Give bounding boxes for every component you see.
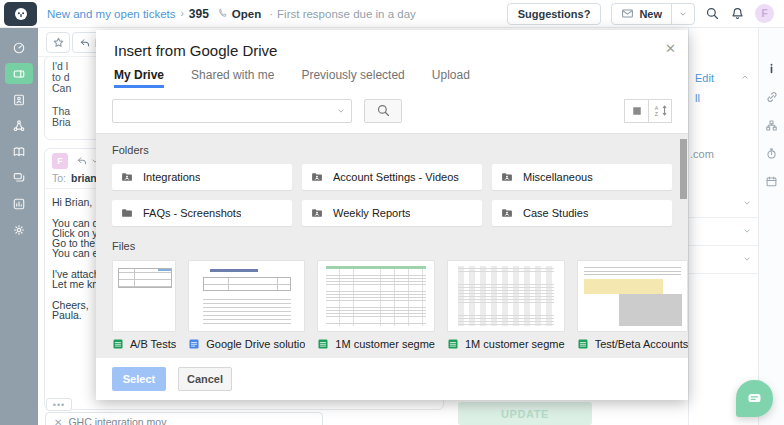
view-options: AZ bbox=[624, 99, 672, 123]
file-thumbnail bbox=[577, 260, 688, 332]
chevron-down-icon[interactable] bbox=[336, 106, 351, 116]
new-button-label: New bbox=[639, 8, 662, 20]
rail-item-calendar[interactable] bbox=[765, 175, 778, 188]
chat-widget-button[interactable] bbox=[736, 380, 773, 417]
ticket-id: 395 bbox=[189, 7, 209, 21]
bell-icon[interactable] bbox=[730, 6, 745, 21]
ticket-icon bbox=[12, 67, 26, 81]
freshdesk-logo[interactable] bbox=[4, 2, 37, 26]
sidebar-item-reports[interactable] bbox=[5, 193, 33, 214]
folder-name: Integrations bbox=[143, 171, 200, 183]
rail-item-time[interactable] bbox=[765, 147, 778, 160]
new-button[interactable]: New bbox=[612, 7, 671, 20]
user-avatar[interactable]: F bbox=[755, 4, 774, 23]
reports-icon bbox=[12, 197, 26, 211]
close-icon[interactable]: ✕ bbox=[665, 41, 676, 56]
contact-link-fragment[interactable]: ll bbox=[695, 92, 700, 104]
chevron-up-icon[interactable] bbox=[740, 72, 750, 82]
select-button[interactable]: Select bbox=[112, 367, 166, 391]
file-card[interactable]: 1M customer segme bbox=[447, 260, 565, 350]
top-bar: New and my open tickets › 395 Open · Fir… bbox=[0, 0, 784, 28]
sort-az-icon: AZ bbox=[654, 104, 667, 117]
owl-logo-icon bbox=[13, 6, 29, 22]
tab-shared-with-me[interactable]: Shared with me bbox=[191, 68, 274, 88]
file-name: Test/Beta Accounts bbox=[595, 338, 688, 350]
edit-link[interactable]: Edit bbox=[695, 72, 714, 84]
folder-card[interactable]: Account Settings - Videos bbox=[302, 164, 482, 190]
sidebar-item-social[interactable] bbox=[5, 115, 33, 136]
file-row: A/B Tests bbox=[112, 338, 176, 350]
sheet-icon bbox=[447, 338, 459, 350]
drive-search-input[interactable] bbox=[113, 100, 336, 122]
modal-search-row: AZ bbox=[96, 88, 688, 134]
folders-grid: Integrations Account Settings - Videos M… bbox=[112, 164, 672, 226]
update-button[interactable]: UPDATE bbox=[458, 402, 592, 425]
sheet-icon bbox=[577, 338, 589, 350]
dot-separator: · bbox=[269, 8, 273, 20]
folder-card[interactable]: Miscellaneous bbox=[492, 164, 672, 190]
tab-my-drive[interactable]: My Drive bbox=[114, 68, 164, 88]
folder-shared-icon bbox=[500, 206, 514, 220]
suggestions-button[interactable]: Suggestions? bbox=[507, 3, 602, 25]
google-drive-modal: Insert from Google Drive ✕ My DriveShare… bbox=[96, 30, 688, 400]
folder-card[interactable]: FAQs - Screenshots bbox=[112, 200, 292, 226]
file-row: 1M customer segme bbox=[447, 338, 565, 350]
tab-upload[interactable]: Upload bbox=[432, 68, 470, 88]
panel-section[interactable] bbox=[689, 190, 759, 218]
rail-item-info[interactable] bbox=[765, 62, 778, 75]
modal-tabs: My DriveShared with mePreviously selecte… bbox=[96, 60, 688, 88]
speedometer-icon bbox=[12, 41, 26, 55]
forums-icon bbox=[12, 171, 26, 185]
file-card[interactable]: Google Drive solutio bbox=[188, 260, 305, 350]
sort-az-button[interactable]: AZ bbox=[648, 99, 672, 123]
tab-previously-selected[interactable]: Previously selected bbox=[301, 68, 404, 88]
folder-shared-icon bbox=[310, 170, 324, 184]
folder-card[interactable]: Integrations bbox=[112, 164, 292, 190]
attachment-chip[interactable]: ✕ GHC integration mov bbox=[45, 412, 323, 425]
new-button-group: New bbox=[611, 3, 695, 25]
rail-item-linked[interactable] bbox=[765, 90, 779, 104]
sidebar-item-forums[interactable] bbox=[5, 167, 33, 188]
modal-scrollbar[interactable] bbox=[680, 139, 687, 199]
compose-body[interactable]: Hi Brian, You can dClick on yGo to theYo… bbox=[52, 197, 100, 321]
folder-name: Account Settings - Videos bbox=[333, 171, 459, 183]
chat-icon bbox=[746, 390, 763, 407]
file-thumbnail bbox=[188, 260, 305, 332]
sidebar-item-tickets[interactable] bbox=[5, 63, 33, 84]
file-card[interactable]: 1M customer segme bbox=[317, 260, 435, 350]
panel-section[interactable] bbox=[689, 218, 759, 246]
phone-icon bbox=[217, 8, 228, 19]
folder-card[interactable]: Case Studies bbox=[492, 200, 672, 226]
modal-body: Folders Integrations Account Settings - … bbox=[96, 134, 688, 358]
remove-attachment-icon[interactable]: ✕ bbox=[54, 417, 62, 425]
sidebar-item-solutions[interactable] bbox=[5, 141, 33, 162]
folder-card[interactable]: Weekly Reports bbox=[302, 200, 482, 226]
file-card[interactable]: Test/Beta Accounts bbox=[577, 260, 688, 350]
file-name: 1M customer segme bbox=[465, 338, 565, 350]
show-more-button[interactable]: ••• bbox=[46, 398, 72, 411]
sidebar-item-admin[interactable] bbox=[5, 219, 33, 240]
app-root: New and my open tickets › 395 Open · Fir… bbox=[0, 0, 784, 425]
envelope-icon bbox=[621, 7, 634, 20]
due-text: First response due in a day bbox=[277, 8, 416, 20]
file-card[interactable]: A/B Tests bbox=[112, 260, 176, 350]
rail-item-related[interactable] bbox=[765, 119, 778, 132]
ticket-status: Open bbox=[232, 8, 261, 20]
sidebar-item-dashboard[interactable] bbox=[5, 37, 33, 58]
sidebar-item-contacts[interactable] bbox=[5, 89, 33, 110]
new-dropdown-button[interactable] bbox=[671, 4, 694, 24]
panel-section[interactable] bbox=[689, 246, 759, 274]
compose-to-row[interactable]: To:brian. bbox=[52, 172, 100, 184]
file-name: Google Drive solutio bbox=[206, 338, 305, 350]
breadcrumb[interactable]: New and my open tickets bbox=[47, 8, 175, 20]
svg-text:A: A bbox=[654, 105, 658, 111]
drive-search-button[interactable] bbox=[364, 99, 402, 123]
grid-view-button[interactable] bbox=[624, 99, 648, 123]
svg-text:Z: Z bbox=[654, 111, 657, 117]
star-button[interactable] bbox=[46, 32, 70, 53]
cancel-button[interactable]: Cancel bbox=[178, 367, 232, 391]
modal-footer: Select Cancel bbox=[96, 358, 688, 400]
folder-shared-icon bbox=[310, 206, 324, 220]
side-icon-rail bbox=[758, 28, 784, 425]
search-icon[interactable] bbox=[705, 6, 720, 21]
